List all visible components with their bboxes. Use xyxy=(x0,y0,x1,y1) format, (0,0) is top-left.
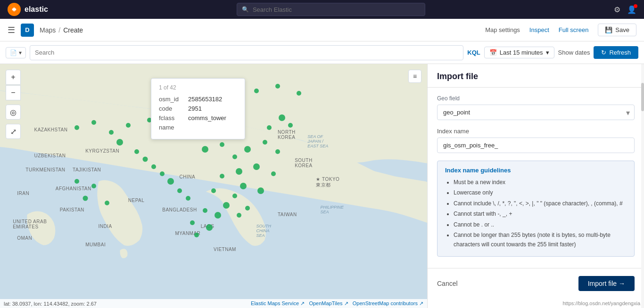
filter-doc-button[interactable]: 📄 ▾ xyxy=(6,47,26,58)
index-name-label: Index name xyxy=(437,128,635,135)
index-name-input[interactable] xyxy=(437,138,635,153)
nav-icons: ⚙ 👤 xyxy=(614,5,636,14)
search-input[interactable] xyxy=(253,6,420,13)
refresh-icon: ↻ xyxy=(601,49,606,56)
filter-bar: 📄 ▾ KQL 📅 Last 15 minutes ▾ Show dates ↻… xyxy=(0,41,644,64)
openmaptiles-link[interactable]: OpenMapTiles ↗ xyxy=(309,300,348,306)
link-text: https://blog.osdn.net/yangdengxia xyxy=(562,300,640,306)
guideline-item: Cannot include \, /, *, ?, ", <, >, |, "… xyxy=(454,199,627,208)
hamburger-icon[interactable]: ☰ xyxy=(8,25,15,35)
search-bar[interactable]: 🔍 xyxy=(237,3,425,16)
breadcrumb-separator: / xyxy=(58,26,60,34)
locate-button[interactable]: ◎ xyxy=(6,105,21,120)
guideline-item: Cannot start with -, _, + xyxy=(454,209,627,219)
chevron-down-icon: ▾ xyxy=(19,49,22,56)
main-content: KAZAKHSTAN MONGOLIA UZBEKISTAN KYRGYZSTA… xyxy=(0,64,644,308)
geo-field-group: Geo field geo_point ▾ xyxy=(437,95,635,120)
import-file-button[interactable]: Import file → xyxy=(578,276,635,291)
show-dates-button[interactable]: Show dates xyxy=(558,49,590,56)
scrollbar[interactable] xyxy=(641,64,644,308)
elastic-logo[interactable]: elastic xyxy=(8,3,48,16)
osm-link[interactable]: OpenStreetMap contributors ↗ xyxy=(353,300,423,306)
map-area[interactable]: KAZAKHSTAN MONGOLIA UZBEKISTAN KYRGYZSTA… xyxy=(0,64,427,308)
tooltip-row-code: code 2951 xyxy=(159,105,237,112)
search-icon: 🔍 xyxy=(242,6,249,13)
scrollbar-thumb[interactable] xyxy=(641,83,644,111)
tooltip-row-fclass: fclass comms_tower xyxy=(159,114,237,122)
tooltip-key-osmid: osm_id xyxy=(159,96,182,103)
tooltip-val-fclass: comms_tower xyxy=(188,114,226,122)
zoom-in-button[interactable]: + xyxy=(6,70,21,85)
save-icon: 💾 xyxy=(605,26,612,33)
expand-button[interactable]: ⤢ xyxy=(6,124,21,139)
footer-link: https://blog.osdn.net/yangdengxia xyxy=(428,299,644,308)
breadcrumb-current: Create xyxy=(63,26,83,34)
map-footer: lat: 38.0937, lon: 114.43482, zoom: 2.67… xyxy=(0,299,427,308)
tooltip-key-code: code xyxy=(159,105,182,112)
tooltip-val-code: 2951 xyxy=(188,105,202,112)
tooltip-row-osmid: osm_id 2585653182 xyxy=(159,96,237,103)
geo-field-select[interactable]: geo_point xyxy=(437,105,635,120)
alerts-icon[interactable]: 👤 xyxy=(627,5,636,14)
top-nav: elastic 🔍 ⚙ 👤 xyxy=(0,0,644,19)
zoom-out-button[interactable]: − xyxy=(6,85,21,100)
time-range-label: Last 15 minutes xyxy=(500,49,543,56)
alert-dot xyxy=(634,4,637,8)
elastic-icon xyxy=(8,3,21,16)
side-panel-content: Geo field geo_point ▾ Index name Index n… xyxy=(428,88,644,268)
doc-icon: 📄 xyxy=(10,49,17,56)
breadcrumb-actions: Map settings Inspect Full screen 💾 Save xyxy=(485,24,636,36)
settings-icon[interactable]: ⚙ xyxy=(614,5,620,14)
tooltip-key-name: name xyxy=(159,124,182,131)
tooltip-counter: 1 of 42 xyxy=(159,84,237,91)
map-tooltip: 1 of 42 osm_id 2585653182 code 2951 fcla… xyxy=(151,78,245,139)
chevron-down-icon: ▾ xyxy=(546,49,549,56)
legend-toggle[interactable]: ≡ xyxy=(408,70,421,83)
map-footer-links: Elastic Maps Service ↗ OpenMapTiles ↗ Op… xyxy=(251,300,423,307)
tooltip-row-name: name xyxy=(159,124,237,131)
breadcrumb-bar: ☰ D Maps / Create Map settings Inspect F… xyxy=(0,19,644,41)
map-controls: + − ◎ ⤢ xyxy=(6,70,21,139)
guidelines-box: Index name guidelines Must be a new inde… xyxy=(437,161,635,257)
guidelines-list: Must be a new index Lowercase only Canno… xyxy=(445,178,627,250)
search-filter-input[interactable] xyxy=(30,45,463,60)
logo-text: elastic xyxy=(25,5,48,14)
refresh-button[interactable]: ↻ Refresh xyxy=(594,46,638,59)
guideline-item: Lowercase only xyxy=(454,188,627,197)
guideline-item: Cannot be . or .. xyxy=(454,220,627,229)
side-panel-title: Import file xyxy=(437,72,635,81)
guideline-item: Cannot be longer than 255 bytes (note it… xyxy=(454,230,627,250)
map-coordinates: lat: 38.0937, lon: 114.43482, zoom: 2.67 xyxy=(4,301,97,307)
map-settings-button[interactable]: Map settings xyxy=(485,26,520,33)
tooltip-val-osmid: 2585653182 xyxy=(188,96,222,103)
save-label: Save xyxy=(615,26,629,33)
save-button[interactable]: 💾 Save xyxy=(598,24,636,36)
inspect-button[interactable]: Inspect xyxy=(529,26,549,33)
geo-field-label: Geo field xyxy=(437,95,635,102)
side-panel-footer: Cancel Import file → xyxy=(428,268,644,299)
geo-field-select-wrapper: geo_point ▾ xyxy=(437,105,635,120)
tooltip-key-fclass: fclass xyxy=(159,114,182,122)
cancel-button[interactable]: Cancel xyxy=(437,277,458,290)
time-picker[interactable]: 📅 Last 15 minutes ▾ xyxy=(484,47,554,58)
svg-point-2 xyxy=(13,8,15,12)
guidelines-title: Index name guidelines xyxy=(445,167,627,174)
guideline-item: Must be a new index xyxy=(454,178,627,187)
elastic-maps-link[interactable]: Elastic Maps Service ↗ xyxy=(251,300,305,306)
side-panel-header: Import file xyxy=(428,64,644,88)
import-label: Import file → xyxy=(588,280,625,287)
calendar-icon: 📅 xyxy=(489,49,497,56)
kql-badge[interactable]: KQL xyxy=(467,49,480,56)
search-bar-container: 🔍 xyxy=(54,3,608,16)
avatar[interactable]: D xyxy=(21,24,34,37)
refresh-label: Refresh xyxy=(609,49,631,56)
breadcrumb-parent[interactable]: Maps xyxy=(40,26,56,34)
fullscreen-button[interactable]: Full screen xyxy=(559,26,589,33)
index-name-group: Index name xyxy=(437,128,635,153)
side-panel: Import file Geo field geo_point ▾ Index … xyxy=(427,64,644,308)
breadcrumb: Maps / Create xyxy=(40,26,83,34)
